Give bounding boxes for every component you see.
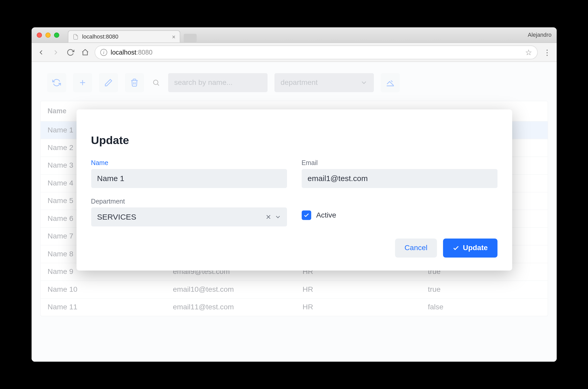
browser-address-bar[interactable]: i localhost:8080 ☆ xyxy=(94,45,538,59)
window-traffic-lights xyxy=(37,32,59,38)
window-minimize-icon[interactable] xyxy=(45,32,50,38)
cancel-button[interactable]: Cancel xyxy=(395,238,437,257)
file-icon xyxy=(72,34,78,40)
department-field[interactable]: SERVICES xyxy=(91,207,287,226)
update-modal: Update Name Email Department xyxy=(76,109,512,271)
name-field-label: Name xyxy=(91,159,287,166)
browser-home-button[interactable] xyxy=(80,47,90,57)
modal-title: Update xyxy=(91,134,497,147)
modal-overlay: Update Name Email Department xyxy=(31,62,556,362)
titlebar: localhost:8080 × Alejandro xyxy=(31,27,556,43)
browser-tab-close-icon[interactable]: × xyxy=(172,33,175,40)
update-button[interactable]: Update xyxy=(443,238,497,257)
clear-select-icon[interactable] xyxy=(263,213,273,220)
name-field[interactable] xyxy=(91,169,287,188)
browser-forward-button[interactable] xyxy=(50,47,61,57)
window-fullscreen-icon[interactable] xyxy=(54,32,59,38)
window-close-icon[interactable] xyxy=(37,32,42,38)
active-checkbox-label: Active xyxy=(316,211,336,219)
bookmark-star-icon[interactable]: ☆ xyxy=(525,47,532,57)
browser-menu-button[interactable]: ⋮ xyxy=(542,47,552,57)
address-host: localhost:8080 xyxy=(111,49,152,56)
email-field-label: Email xyxy=(301,159,497,166)
check-icon xyxy=(452,245,459,252)
browser-profile[interactable]: Alejandro xyxy=(528,32,552,38)
browser-tab[interactable]: localhost:8080 × xyxy=(68,30,180,42)
department-field-value: SERVICES xyxy=(97,212,263,221)
chevron-down-icon[interactable] xyxy=(273,213,282,220)
browser-toolbar: i localhost:8080 ☆ ⋮ xyxy=(31,43,556,62)
department-field-label: Department xyxy=(91,198,287,205)
email-field[interactable] xyxy=(301,169,497,188)
active-checkbox[interactable] xyxy=(301,211,311,220)
page-content: search by name... department Name Name 1… xyxy=(31,62,556,362)
browser-tab-title: localhost:8080 xyxy=(82,33,118,40)
browser-back-button[interactable] xyxy=(36,47,46,57)
browser-reload-button[interactable] xyxy=(65,47,76,57)
site-info-icon[interactable]: i xyxy=(100,49,107,56)
modal-actions: Cancel Update xyxy=(91,238,497,257)
browser-window: localhost:8080 × Alejandro i localhost:8… xyxy=(31,27,556,362)
browser-tabs: localhost:8080 × xyxy=(68,27,197,42)
browser-new-tab-button[interactable] xyxy=(183,34,196,42)
